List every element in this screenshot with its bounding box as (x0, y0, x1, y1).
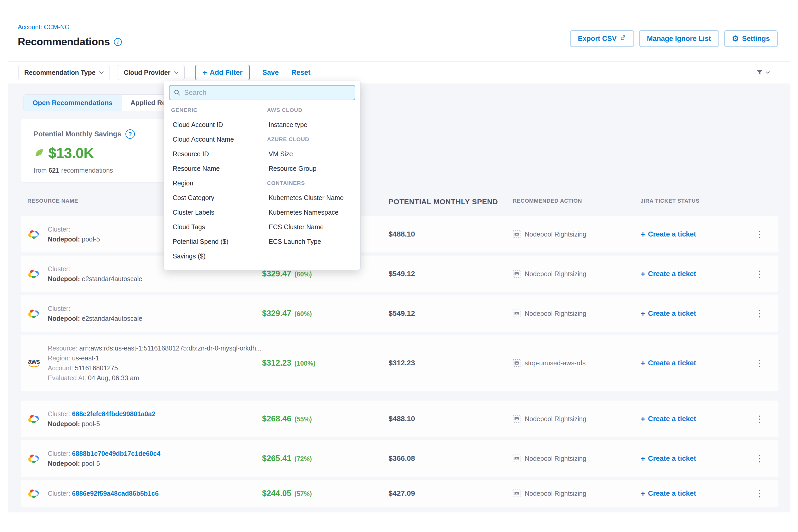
filter-option[interactable]: Cloud Tags (169, 220, 265, 234)
recommended-action-label: Nodepool Rightsizing (525, 415, 586, 423)
resource-label: Nodepool: (48, 420, 80, 428)
recommendation-type-filter-chip[interactable]: Recommendation Type (18, 65, 110, 80)
kebab-menu-icon[interactable]: ⋮ (753, 414, 767, 424)
resource-value: arn:aws:rds:us-east-1:511616801275:db:zn… (79, 344, 262, 352)
table-row[interactable]: Cluster: Nodepool: pool-5 $488.10 Nodepo… (21, 216, 778, 252)
gear-icon: ⚙ (732, 35, 739, 42)
table-row[interactable]: Cluster: 6888b1c70e49db17c1de60c4Nodepoo… (21, 440, 778, 477)
filter-option[interactable]: Resource Group (265, 161, 354, 176)
add-filter-button[interactable]: + Add Filter (195, 65, 250, 80)
filter-bar: Recommendation Type Cloud Provider + Add… (8, 61, 790, 83)
filter-section-header: AWS CLOUD (265, 103, 354, 117)
filter-option[interactable]: ECS Launch Type (265, 234, 354, 249)
table-row[interactable]: Cluster: Nodepool: e2standar4autoscale $… (21, 255, 778, 292)
filter-search[interactable] (169, 85, 355, 100)
table-row[interactable]: Cluster: 6886e92f59a48cad86b5b1c6 $244.0… (21, 480, 778, 507)
manage-ignore-list-button[interactable]: Manage Ignore List (639, 30, 719, 47)
table-row[interactable]: aws Resource: arn:aws:rds:us-east-1:5116… (21, 335, 778, 391)
resource-label: Evaluated At: (48, 374, 86, 382)
recommended-action-label: Nodepool Rightsizing (525, 310, 586, 317)
resource-label: Region: (48, 355, 70, 362)
resource-value: 511616801275 (75, 364, 118, 372)
filter-option[interactable]: Cloud Account Name (169, 132, 265, 147)
help-icon[interactable]: ? (126, 129, 135, 139)
recommendations-page: Account: CCM-NG Recommendations i Export… (0, 0, 798, 532)
settings-button[interactable]: ⚙ Settings (724, 30, 778, 47)
recommendation-type-icon (513, 455, 520, 462)
filter-section-header: CONTAINERS (265, 176, 354, 190)
savings-percent: (72%) (294, 455, 312, 462)
filter-option[interactable]: Instance type (265, 117, 354, 132)
filter-option[interactable]: Potential Spend ($) (169, 234, 265, 249)
info-icon[interactable]: i (114, 38, 122, 46)
kebab-menu-icon[interactable]: ⋮ (753, 454, 767, 463)
create-ticket-button[interactable]: +Create a ticket (641, 415, 696, 423)
resource-label: Cluster: (48, 450, 70, 457)
filter-panel-toggle[interactable] (756, 69, 770, 76)
resource-label: Nodepool: (48, 460, 80, 467)
table-header: RESOURCE NAME POTENTIAL MONTHLY SPEND RE… (21, 198, 778, 206)
recommendations-content: Open Recommendations Applied Recommendat… (8, 83, 790, 512)
resource-label: Cluster: (48, 410, 70, 418)
chevron-down-icon (174, 71, 179, 74)
spend-amount: $488.10 (386, 415, 509, 423)
create-ticket-button[interactable]: +Create a ticket (641, 489, 696, 498)
create-ticket-button[interactable]: +Create a ticket (641, 359, 696, 367)
cluster-link[interactable]: 688c2fefc84fbdc99801a0a2 (72, 410, 155, 418)
tab-open-recommendations[interactable]: Open Recommendations (24, 95, 121, 111)
table-row[interactable]: Cluster: 688c2fefc84fbdc99801a0a2Nodepoo… (21, 401, 778, 437)
plus-icon: + (641, 309, 645, 318)
resource-value: e2standar4autoscale (82, 315, 142, 322)
filter-option[interactable]: Cluster Labels (169, 205, 265, 220)
reset-filter-button[interactable]: Reset (291, 69, 310, 77)
table-rows: Cluster: Nodepool: pool-5 $488.10 Nodepo… (21, 216, 778, 507)
resource-label: Nodepool: (48, 235, 80, 243)
filter-search-input[interactable] (184, 89, 350, 97)
col-jira-ticket-status: JIRA TICKET STATUS (636, 198, 741, 206)
filter-option[interactable]: ECS Cluster Name (265, 220, 354, 234)
filter-option[interactable]: VM Size (265, 147, 354, 161)
filter-option[interactable]: Cost Category (169, 190, 265, 205)
kebab-menu-icon[interactable]: ⋮ (753, 229, 767, 239)
gcp-icon (28, 454, 40, 463)
account-breadcrumb[interactable]: Account: CCM-NG (18, 23, 70, 31)
filter-option[interactable]: Resource ID (169, 147, 265, 161)
save-filter-button[interactable]: Save (262, 69, 279, 77)
resource-value: pool-5 (82, 420, 100, 428)
filter-option[interactable]: Savings ($) (169, 249, 265, 263)
recommended-action-label: stop-unused-aws-rds (525, 359, 586, 367)
resource-label: Nodepool: (48, 315, 80, 322)
resource-value: pool-5 (82, 235, 100, 243)
kebab-menu-icon[interactable]: ⋮ (753, 489, 767, 498)
recommendation-type-icon (513, 359, 520, 367)
plus-icon: + (641, 359, 645, 367)
gcp-icon (28, 269, 40, 279)
kebab-menu-icon[interactable]: ⋮ (753, 308, 767, 318)
kebab-menu-icon[interactable]: ⋮ (753, 358, 767, 368)
table-row[interactable]: Cluster: Nodepool: e2standar4autoscale $… (21, 295, 778, 332)
kebab-menu-icon[interactable]: ⋮ (753, 269, 767, 279)
cluster-link[interactable]: 6886e92f59a48cad86b5b1c6 (72, 490, 158, 497)
resource-label: Cluster: (48, 305, 70, 312)
cluster-link[interactable]: 6888b1c70e49db17c1de60c4 (72, 450, 160, 457)
spend-amount: $488.10 (386, 230, 509, 239)
create-ticket-button[interactable]: +Create a ticket (641, 454, 696, 463)
create-ticket-button[interactable]: +Create a ticket (641, 309, 696, 318)
export-csv-button[interactable]: Export CSV (570, 30, 634, 47)
filter-option[interactable]: Cloud Account ID (169, 117, 265, 132)
plus-icon: + (641, 454, 645, 463)
chevron-down-icon (766, 71, 770, 74)
filter-option[interactable]: Kubernetes Namespace (265, 205, 354, 220)
create-ticket-button[interactable]: +Create a ticket (641, 230, 696, 239)
redacted-value (72, 229, 142, 232)
filter-option[interactable]: Resource Name (169, 161, 265, 176)
cloud-provider-filter-chip[interactable]: Cloud Provider (118, 65, 185, 80)
recommendation-type-icon (513, 490, 520, 497)
create-ticket-button[interactable]: +Create a ticket (641, 270, 696, 278)
filter-section-header: AZURE CLOUD (265, 132, 354, 147)
page-title: Recommendations (18, 36, 110, 48)
filter-option[interactable]: Region (169, 176, 265, 190)
resource-value: 04 Aug, 06:33 am (88, 374, 139, 382)
spend-amount: $549.12 (386, 270, 509, 278)
filter-option[interactable]: Kubernetes Cluster Name (265, 190, 354, 205)
